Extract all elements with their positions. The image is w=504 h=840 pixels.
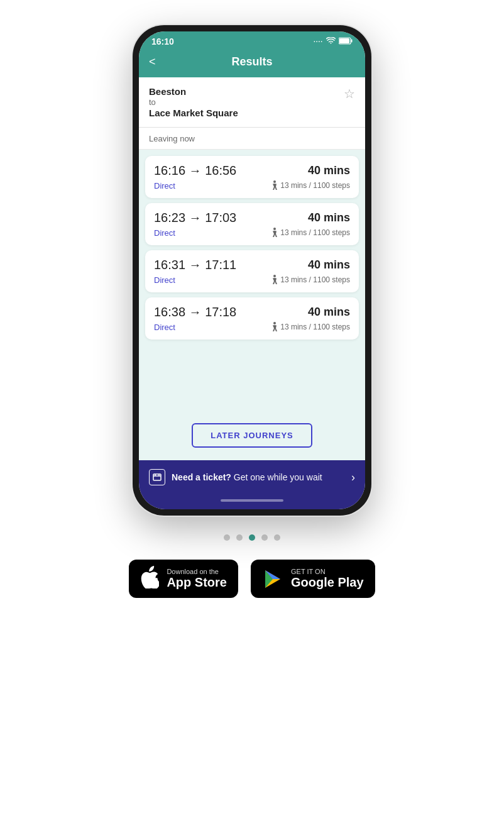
- leaving-bar: Leaving now: [139, 128, 365, 150]
- app-store-big-label: App Store: [167, 575, 227, 590]
- journey-top: 16:31 → 17:11 40 mins: [154, 258, 350, 272]
- ticket-arrow-icon: ›: [351, 471, 355, 484]
- journey-top: 16:23 → 17:03 40 mins: [154, 211, 350, 225]
- journey-card-1[interactable]: 16:16 → 16:56 40 mins Direct 13 mins / 1…: [145, 156, 359, 198]
- dot-1[interactable]: [224, 534, 230, 541]
- ticket-bold: Need a ticket?: [172, 472, 231, 482]
- journey-bottom: Direct 13 mins / 1100 steps: [154, 180, 350, 191]
- journey-duration: 40 mins: [308, 306, 350, 319]
- later-journeys-wrapper: LATER JOURNEYS: [139, 416, 365, 460]
- ticket-text: Need a ticket? Get one while you wait: [172, 472, 345, 482]
- content-area: Beeston to Lace Market Square ☆ Leaving …: [139, 77, 365, 460]
- svg-point-6: [273, 322, 276, 324]
- google-play-small-label: GET IT ON: [291, 568, 364, 575]
- signal-icon: ····: [314, 38, 323, 45]
- journey-card-4[interactable]: 16:38 → 17:18 40 mins Direct 13 mins / 1…: [145, 297, 359, 340]
- leaving-now-label: Leaving now: [149, 134, 195, 143]
- svg-rect-1: [339, 38, 349, 43]
- dot-2[interactable]: [236, 534, 243, 541]
- svg-rect-2: [351, 39, 353, 42]
- google-play-big-label: Google Play: [291, 575, 364, 590]
- google-play-icon: [262, 568, 283, 590]
- journey-bottom: Direct 13 mins / 1100 steps: [154, 228, 350, 238]
- pagination-dots: [224, 534, 280, 541]
- journey-times: 16:23 → 17:03: [154, 211, 236, 225]
- status-time: 16:10: [151, 36, 174, 47]
- svg-rect-7: [153, 474, 161, 480]
- dot-5[interactable]: [274, 534, 280, 541]
- dot-4[interactable]: [261, 534, 268, 541]
- journey-times: 16:38 → 17:18: [154, 305, 236, 319]
- app-store-small-label: Download on the: [167, 568, 227, 575]
- journey-times: 16:16 → 16:56: [154, 163, 236, 178]
- ticket-desc: Get one while you wait: [231, 472, 322, 482]
- journey-type: Direct: [154, 181, 175, 191]
- route-info: Beeston to Lace Market Square: [149, 86, 238, 118]
- journey-walk: 13 mins / 1100 steps: [271, 275, 350, 285]
- journey-duration: 40 mins: [308, 258, 350, 272]
- journey-walk: 13 mins / 1100 steps: [271, 228, 350, 238]
- journey-duration: 40 mins: [308, 164, 350, 177]
- svg-point-4: [273, 228, 276, 230]
- journey-top: 16:38 → 17:18 40 mins: [154, 305, 350, 319]
- battery-icon: [339, 37, 353, 47]
- journey-list: 16:16 → 16:56 40 mins Direct 13 mins / 1…: [139, 150, 365, 416]
- journey-bottom: Direct 13 mins / 1100 steps: [154, 322, 350, 332]
- apple-icon: [140, 566, 159, 592]
- route-card: Beeston to Lace Market Square ☆: [139, 77, 365, 128]
- journey-card-2[interactable]: 16:23 → 17:03 40 mins Direct 13 mins / 1…: [145, 203, 359, 245]
- ticket-icon: [149, 469, 165, 485]
- page-title: Results: [231, 55, 272, 69]
- journey-card-3[interactable]: 16:31 → 17:11 40 mins Direct 13 mins / 1…: [145, 250, 359, 292]
- phone-screen: 16:10 ····: [139, 31, 365, 509]
- journey-walk: 13 mins / 1100 steps: [271, 180, 350, 191]
- google-play-text: GET IT ON Google Play: [291, 568, 364, 590]
- back-button[interactable]: <: [149, 55, 156, 69]
- phone-mockup: 16:10 ····: [133, 25, 371, 516]
- svg-point-3: [273, 180, 276, 183]
- home-bar: [221, 499, 283, 502]
- origin-stop: Beeston: [149, 86, 238, 97]
- status-icons: ····: [314, 37, 353, 47]
- journey-duration: 40 mins: [308, 211, 350, 224]
- dot-3[interactable]: [249, 534, 255, 541]
- home-indicator: [139, 494, 365, 509]
- status-bar: 16:10 ····: [139, 31, 365, 50]
- journey-bottom: Direct 13 mins / 1100 steps: [154, 275, 350, 285]
- google-play-button[interactable]: GET IT ON Google Play: [251, 560, 375, 598]
- destination-stop: Lace Market Square: [149, 108, 238, 118]
- app-store-text: Download on the App Store: [167, 568, 227, 590]
- wifi-icon: [326, 37, 336, 47]
- later-journeys-button[interactable]: LATER JOURNEYS: [192, 423, 312, 448]
- journey-walk: 13 mins / 1100 steps: [271, 322, 350, 332]
- journey-type: Direct: [154, 275, 175, 285]
- favorite-button[interactable]: ☆: [344, 86, 355, 101]
- journey-top: 16:16 → 16:56 40 mins: [154, 163, 350, 178]
- to-label: to: [149, 97, 238, 107]
- app-store-button[interactable]: Download on the App Store: [129, 560, 238, 598]
- store-buttons: Download on the App Store GET IT ON Goog…: [129, 560, 375, 598]
- journey-type: Direct: [154, 323, 175, 332]
- journey-type: Direct: [154, 228, 175, 238]
- journey-times: 16:31 → 17:11: [154, 258, 236, 272]
- app-header: < Results: [139, 50, 365, 77]
- ticket-banner[interactable]: Need a ticket? Get one while you wait ›: [139, 460, 365, 494]
- svg-point-5: [273, 275, 276, 277]
